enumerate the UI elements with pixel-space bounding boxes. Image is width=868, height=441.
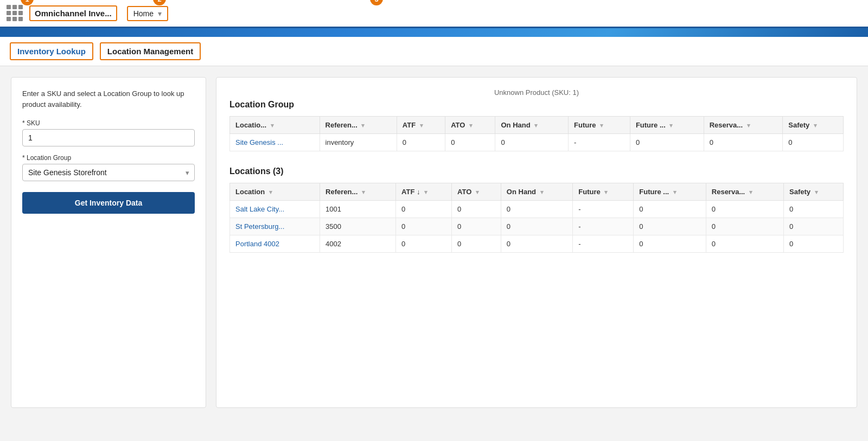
- reference-cell: inventory: [320, 134, 397, 151]
- location-cell[interactable]: Portland 4002: [230, 235, 320, 253]
- location-group-wrapper: Site Genesis Storefront ▾: [22, 164, 195, 181]
- reserva-cell: 0: [706, 235, 783, 253]
- col-atf[interactable]: ATF ↓ ▾: [396, 183, 452, 201]
- sku-label: * SKU: [22, 119, 195, 127]
- col-atf-group[interactable]: ATF ▾: [397, 117, 445, 134]
- onhand-cell: 0: [501, 235, 572, 253]
- locations-title: Locations (3): [229, 167, 844, 176]
- col-futuredate-group[interactable]: Future ... ▾: [630, 117, 704, 134]
- safety-cell: 0: [784, 235, 844, 253]
- step-badge-3: 3: [370, 0, 383, 5]
- reserva-cell: 0: [706, 218, 783, 235]
- location-group-label: * Location Group: [22, 154, 195, 162]
- safety-cell: 0: [783, 134, 844, 151]
- ato-cell: 0: [452, 235, 501, 253]
- table-row: St Petersburg... 3500 0 0 0 - 0 0 0: [230, 218, 844, 235]
- col-reference[interactable]: Referen... ▾: [320, 183, 396, 201]
- onhand-cell: 0: [495, 134, 569, 151]
- col-safety[interactable]: Safety ▾: [784, 183, 844, 201]
- col-futuredate[interactable]: Future ... ▾: [634, 183, 706, 201]
- grid-menu-icon[interactable]: [7, 5, 24, 22]
- right-panel: Unknown Product (SKU: 1) Location Group …: [216, 77, 857, 408]
- onhand-cell: 0: [501, 201, 572, 218]
- home-label: Home: [133, 9, 154, 18]
- col-location[interactable]: Location ▾: [230, 183, 320, 201]
- location-group-cell[interactable]: Site Genesis ...: [230, 134, 320, 151]
- location-group-select[interactable]: Site Genesis Storefront: [22, 164, 195, 181]
- location-cell[interactable]: St Petersburg...: [230, 218, 320, 235]
- top-nav: 1 Omnichannel Inve... 2 Home ▾ 3: [0, 0, 868, 28]
- col-location-group[interactable]: Locatio... ▾: [230, 117, 320, 134]
- locations-table: Location ▾ Referen... ▾ ATF ↓ ▾ ATO ▾ On…: [229, 183, 844, 253]
- col-onhand-group[interactable]: On Hand ▾: [495, 117, 569, 134]
- chevron-down-icon: ▾: [158, 9, 162, 18]
- product-subtitle: Unknown Product (SKU: 1): [229, 88, 844, 97]
- description-text: Enter a SKU and select a Location Group …: [22, 88, 195, 110]
- table-row: Site Genesis ... inventory 0 0 0 - 0 0 0: [230, 134, 844, 151]
- col-ato[interactable]: ATO ▾: [452, 183, 501, 201]
- atf-cell: 0: [396, 235, 452, 253]
- atf-cell: 0: [396, 201, 452, 218]
- sku-input[interactable]: [22, 129, 195, 146]
- ato-cell: 0: [452, 218, 501, 235]
- atf-cell: 0: [397, 134, 445, 151]
- reference-cell: 3500: [320, 218, 396, 235]
- app-title: Omnichannel Inve...: [29, 5, 117, 21]
- get-inventory-button[interactable]: Get Inventory Data: [22, 192, 195, 214]
- future-cell: -: [573, 201, 634, 218]
- onhand-cell: 0: [501, 218, 572, 235]
- location-cell[interactable]: Salt Lake City...: [230, 201, 320, 218]
- reference-cell: 1001: [320, 201, 396, 218]
- col-safety-group[interactable]: Safety ▾: [783, 117, 844, 134]
- location-group-table: Locatio... ▾ Referen... ▾ ATF ▾ ATO ▾ On…: [229, 116, 844, 151]
- future-cell: -: [569, 134, 630, 151]
- atf-cell: 0: [396, 218, 452, 235]
- step-badge-2: 2: [153, 0, 166, 5]
- future-cell: -: [573, 235, 634, 253]
- safety-cell: 0: [784, 201, 844, 218]
- reserva-cell: 0: [704, 134, 783, 151]
- ato-cell: 0: [445, 134, 495, 151]
- safety-cell: 0: [784, 218, 844, 235]
- col-future[interactable]: Future ▾: [573, 183, 634, 201]
- location-group-title: Location Group: [229, 100, 844, 110]
- main-content: Enter a SKU and select a Location Group …: [0, 66, 868, 419]
- table-row: Salt Lake City... 1001 0 0 0 - 0 0 0: [230, 201, 844, 218]
- futuredate-cell: 0: [634, 235, 706, 253]
- col-onhand[interactable]: On Hand ▾: [501, 183, 572, 201]
- reserva-cell: 0: [706, 201, 783, 218]
- blue-band: [0, 28, 868, 37]
- home-dropdown[interactable]: Home ▾: [127, 6, 168, 21]
- col-reserva[interactable]: Reserva... ▾: [706, 183, 783, 201]
- ato-cell: 0: [452, 201, 501, 218]
- futuredate-cell: 0: [634, 218, 706, 235]
- col-future-group[interactable]: Future ▾: [569, 117, 630, 134]
- table-row: Portland 4002 4002 0 0 0 - 0 0 0: [230, 235, 844, 253]
- col-reference-group[interactable]: Referen... ▾: [320, 117, 397, 134]
- futuredate-cell: 0: [634, 201, 706, 218]
- tab-inventory-lookup[interactable]: Inventory Lookup: [10, 42, 93, 60]
- col-ato-group[interactable]: ATO ▾: [445, 117, 495, 134]
- left-panel: Enter a SKU and select a Location Group …: [11, 77, 206, 408]
- future-cell: -: [573, 218, 634, 235]
- sub-nav: Inventory Lookup Location Management: [0, 37, 868, 66]
- reference-cell: 4002: [320, 235, 396, 253]
- futuredate-cell: 0: [630, 134, 704, 151]
- tab-location-management[interactable]: Location Management: [100, 42, 201, 60]
- col-reserva-group[interactable]: Reserva... ▾: [704, 117, 783, 134]
